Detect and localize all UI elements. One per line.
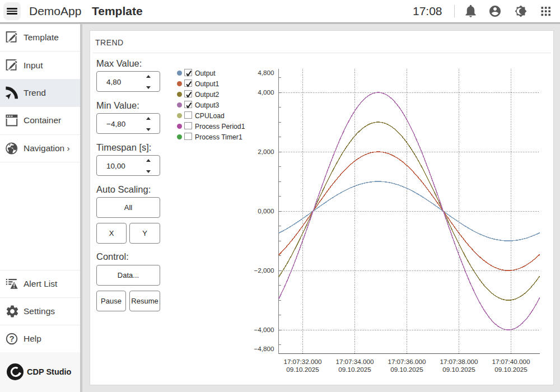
svg-text:17:07:38.000: 17:07:38.000 [440, 358, 478, 365]
svg-text:4,800: 4,800 [258, 69, 274, 76]
svg-text:0,000: 0,000 [258, 207, 274, 214]
svg-text:17:07:40.000: 17:07:40.000 [492, 358, 530, 365]
svg-text:09.10.2025: 09.10.2025 [494, 366, 528, 373]
svg-text:?: ? [9, 334, 14, 343]
svg-text:−4,000: −4,000 [254, 326, 274, 333]
svg-text:2,000: 2,000 [258, 148, 274, 155]
svg-text:−2,000: −2,000 [254, 267, 274, 274]
svg-text:−4,800: −4,800 [254, 345, 274, 352]
svg-text:17:07:36.000: 17:07:36.000 [388, 358, 426, 365]
svg-text:09.10.2025: 09.10.2025 [338, 366, 371, 373]
svg-text:09.10.2025: 09.10.2025 [286, 366, 319, 373]
svg-text:17:07:32.000: 17:07:32.000 [283, 358, 322, 365]
svg-text:09.10.2025: 09.10.2025 [390, 366, 423, 373]
svg-text:4,000: 4,000 [258, 88, 274, 96]
svg-text:09.10.2025: 09.10.2025 [442, 366, 475, 373]
svg-text:17:07:34.000: 17:07:34.000 [335, 358, 374, 365]
